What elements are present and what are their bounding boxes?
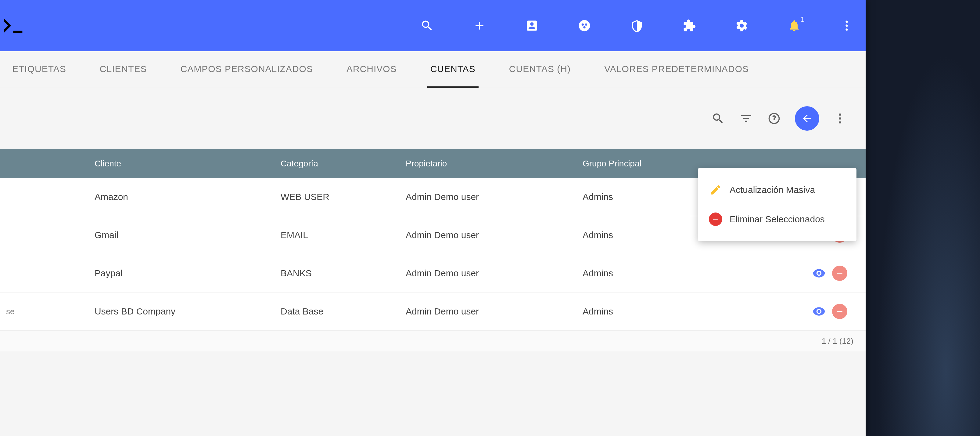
tab-etiquetas[interactable]: ETIQUETAS (9, 51, 69, 88)
people-button[interactable] (578, 19, 591, 32)
svg-point-1 (582, 24, 584, 26)
more-vert-icon (840, 19, 853, 32)
delete-button[interactable] (832, 304, 847, 319)
header-owner[interactable]: Propietario (406, 159, 582, 169)
terminal-icon (0, 13, 24, 38)
people-icon (578, 19, 591, 32)
pagination-text: 1 / 1 (12) (822, 337, 853, 346)
toolbar (0, 88, 865, 149)
eye-icon (812, 305, 826, 318)
cell-group: Admins (582, 268, 756, 278)
cell-client: Paypal (95, 268, 281, 278)
back-fab[interactable] (795, 106, 819, 131)
cell-owner: Admin Demo user (406, 268, 582, 278)
table-search-button[interactable] (711, 111, 725, 126)
topbar: 1 (0, 0, 865, 51)
svg-point-9 (839, 121, 841, 123)
menu-delete-selected[interactable]: Eliminar Seleccionados (698, 204, 856, 234)
table-more-button[interactable] (833, 111, 847, 126)
notifications-button[interactable]: 1 (788, 19, 801, 32)
cell-category: WEB USER (281, 192, 406, 202)
minus-icon (835, 307, 844, 316)
arrow-left-icon (801, 112, 813, 125)
eye-icon (812, 267, 826, 280)
svg-point-4 (845, 21, 848, 23)
cell-category: BANKS (281, 268, 406, 278)
tabs-bar: ETIQUETAS CLIENTES CAMPOS PERSONALIZADOS… (0, 51, 865, 88)
search-icon (420, 19, 434, 32)
cell-actions (756, 304, 865, 319)
svg-point-3 (583, 26, 585, 29)
svg-point-7 (839, 113, 841, 116)
filter-button[interactable] (739, 111, 753, 126)
header-group[interactable]: Grupo Principal (582, 159, 756, 169)
menu-delete-selected-label: Eliminar Seleccionados (730, 214, 825, 224)
extension-button[interactable] (682, 19, 696, 32)
remove-circle-icon (709, 212, 722, 226)
context-menu: Actualización Masiva Eliminar Selecciona… (698, 168, 856, 241)
app-window: 1 ETIQUETAS CLIENTES CAMPOS PERSONALIZAD… (0, 0, 865, 436)
search-icon (711, 112, 725, 125)
account-box-icon (525, 19, 539, 32)
svg-point-6 (845, 29, 848, 30)
more-button[interactable] (840, 19, 853, 32)
tab-clientes[interactable]: CLIENTES (97, 51, 150, 88)
view-button[interactable] (811, 266, 827, 281)
cell-actions (756, 266, 865, 281)
cell-owner: Admin Demo user (406, 192, 582, 202)
tab-cuentas[interactable]: CUENTAS (427, 51, 479, 88)
tab-cuentas-h[interactable]: CUENTAS (H) (506, 51, 574, 88)
minus-icon (835, 269, 844, 278)
app-logo[interactable] (0, 0, 24, 51)
delete-button[interactable] (832, 266, 847, 281)
filter-lines-icon (739, 112, 753, 125)
svg-point-8 (839, 117, 841, 120)
cell-client: Amazon (95, 192, 281, 202)
cell-owner: Admin Demo user (406, 230, 582, 240)
settings-button[interactable] (735, 19, 748, 32)
bell-icon (788, 19, 801, 32)
plus-icon (473, 19, 486, 32)
cell-category: EMAIL (281, 230, 406, 240)
cell-client: Users BD Company (95, 306, 281, 316)
tab-valores-predeterminados[interactable]: VALORES PREDETERMINADOS (601, 51, 752, 88)
more-vert-icon (833, 112, 847, 125)
table-row[interactable]: Paypal BANKS Admin Demo user Admins (0, 254, 865, 292)
view-button[interactable] (811, 304, 827, 319)
tab-archivos[interactable]: ARCHIVOS (344, 51, 400, 88)
account-box-button[interactable] (525, 19, 539, 32)
cell-category: Data Base (281, 306, 406, 316)
shield-icon (630, 19, 644, 32)
shield-button[interactable] (630, 19, 644, 32)
help-icon (767, 112, 781, 125)
cell-pre: se (0, 307, 95, 316)
pencil-icon (709, 183, 722, 196)
svg-point-0 (579, 20, 590, 32)
puzzle-icon (682, 19, 696, 32)
notification-badge: 1 (801, 15, 805, 24)
svg-point-5 (845, 24, 848, 27)
header-category[interactable]: Categoría (281, 159, 406, 169)
pagination-footer: 1 / 1 (12) (0, 331, 865, 351)
menu-bulk-update[interactable]: Actualización Masiva (698, 175, 856, 204)
cell-group: Admins (582, 306, 756, 316)
gear-icon (735, 19, 748, 32)
svg-point-2 (585, 24, 587, 26)
menu-bulk-update-label: Actualización Masiva (730, 185, 815, 195)
add-button[interactable] (473, 19, 486, 32)
help-button[interactable] (767, 111, 781, 126)
cell-owner: Admin Demo user (406, 306, 582, 316)
search-button[interactable] (420, 19, 434, 32)
desktop-background (865, 0, 980, 436)
table-row[interactable]: se Users BD Company Data Base Admin Demo… (0, 292, 865, 331)
tab-campos-personalizados[interactable]: CAMPOS PERSONALIZADOS (178, 51, 316, 88)
header-client[interactable]: Cliente (95, 159, 281, 169)
cell-client: Gmail (95, 230, 281, 240)
